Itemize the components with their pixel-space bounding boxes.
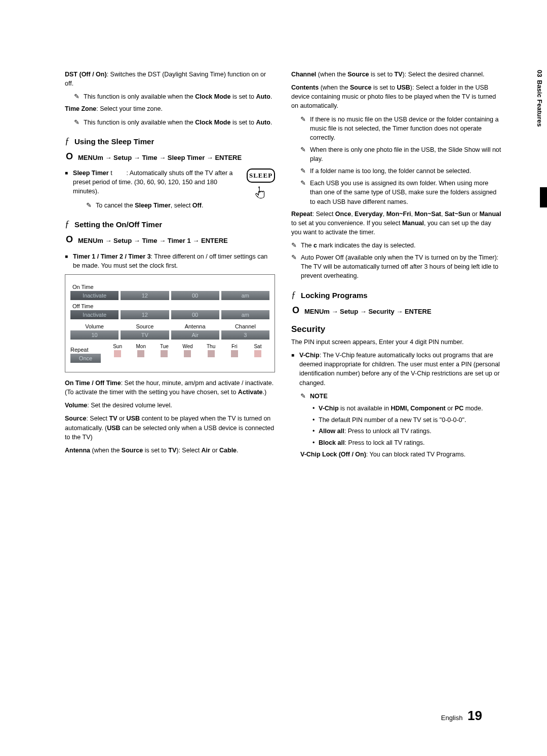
sleep-menu-path: O MENUm → Setup → Time → Sleep Timer → E… [66,152,275,163]
ontime-state: Inactivate [70,291,119,300]
sleep-cancel-tip: To cancel the Sleep Timer, select Off. [86,201,275,210]
note-list: V-Chip is not available in HDMI, Compone… [312,404,501,448]
bullet-icon: ■ [291,351,294,388]
offtime-ampm: am [221,310,269,319]
menu-icon: O [66,235,73,246]
volume-value: 10 [70,330,119,340]
sleep-timer-heading: ƒ Using the Sleep Timer [65,136,275,147]
locking-programs-heading: ƒ Locking Programs [291,290,501,301]
vchip-lock-para: V-Chip Lock (Off / On): You can block ra… [300,450,501,459]
usb-tip-4: Each USB you use is assigned its own fol… [300,179,501,206]
timezone-text: : Select your time zone. [96,105,163,112]
right-column: Channel (when the Source is set to TV): … [291,70,501,463]
note-icon [300,145,306,163]
day-box [184,350,191,357]
note-icon [300,166,306,176]
timezone-label: Time Zone [65,105,96,112]
chapter-number: 03 [536,70,543,77]
day-sat: Sat [246,344,269,349]
offtime-state: Inactivate [70,310,119,319]
ontime-ampm: am [221,291,269,300]
section-icon: ƒ [291,290,296,301]
heading-text: Using the Sleep Timer [74,137,154,146]
security-intro: The PIN input screen appears, Enter your… [291,338,501,347]
note-icon [86,201,92,210]
repeat-para: Repeat: Select Once, Everyday, Mon~Fri, … [291,209,501,237]
contents-para: Contents (when the Source is set to USB)… [291,83,501,110]
volume-para: Volume: Set the desired volume level. [65,401,275,410]
tip-text: Auto Power Off (available only when the … [301,253,501,280]
note-icon [74,118,80,127]
note-icon [300,392,306,401]
day-sun: Sun [106,344,129,349]
footer-page-number: 19 [467,708,482,723]
source-value: TV [121,330,169,340]
autopoweroff-tip: Auto Power Off (available only when the … [291,253,501,280]
timer-osd-box: On Time Inactivate 12 00 am Off Time Ina… [65,274,275,372]
day-box [231,350,238,357]
chapter-tab: 03 Basic Features [532,70,547,127]
dst-para: DST (Off / On): Switches the DST (Daylig… [65,70,275,88]
manual-page: 03 Basic Features DST (Off / On): Switch… [0,0,547,756]
note-label: NOTE [310,392,328,401]
onoff-menu-path: O MENUm → Setup → Time → Timer 1 → ENTER… [66,235,275,246]
day-thu: Thu [200,344,223,349]
offtime-hour: 12 [121,310,169,319]
antenna-value: Air [171,330,219,340]
menu-path-text: MENUm → Setup → Time → Sleep Timer → ENT… [78,152,242,163]
usb-tip-1: If there is no music file on the USB dev… [300,115,501,142]
dst-tip-2: This function is only available when the… [74,118,275,127]
menu-icon: O [66,152,73,163]
day-box [114,350,121,357]
usb-tip-2: When there is only one photo file in the… [300,145,501,163]
bullet-icon: ■ [65,252,68,270]
offtime-min: 00 [171,310,219,319]
sleep-remote-button: SLEEP [247,169,275,201]
note-icon [74,92,80,101]
vchip-bullet: ■ V-Chip: The V-Chip feature automatical… [291,351,501,388]
day-box [161,350,168,357]
day-box [137,350,144,357]
onoff-timer-heading: ƒ Setting the On/Off Timer [65,219,275,230]
note-icon [300,179,306,206]
ontime-min: 00 [171,291,219,300]
repeat-header: Repeat [70,347,106,353]
ontime-label: On Time [72,284,269,290]
ontime-offtime-para: On Time / Off Time: Set the hour, minute… [65,379,275,397]
timer123-bullet: ■ Timer 1 / Timer 2 / Timer 3: Three dif… [65,252,275,270]
tip-text: If a folder name is too long, the folder… [310,166,471,176]
tip-text: This function is only available when the… [84,118,272,127]
bullet-text: V-Chip: The V-Chip feature automatically… [299,351,501,388]
day-tue: Tue [152,344,176,349]
day-box [254,350,261,357]
dst-label: DST (Off / On) [65,71,107,78]
note-item: Allow all: Press to unlock all TV rating… [312,427,501,436]
footer-language: English [441,714,463,722]
sleep-timer-bullet: ■ Sleep Timer t : Automatically shuts of… [65,169,239,197]
source-para: Source: Select TV or USB content to be p… [65,414,275,441]
note-item: The default PIN number of a new TV set i… [312,415,501,425]
repeat-value: Once [70,354,101,363]
bullet-text: Sleep Timer t : Automatically shuts off … [73,169,239,197]
tip-text: When there is only one photo file in the… [310,145,501,163]
hand-icon [252,185,269,201]
tip-text: The c mark indicates the day is selected… [301,241,416,250]
channel-header: Channel [221,322,269,330]
thumb-index-mark [540,187,547,207]
note-item: V-Chip is not available in HDMI, Compone… [312,404,501,413]
channel-para: Channel (when the Source is set to TV): … [291,70,501,79]
source-header: Source [121,322,169,330]
dst-tip-1: This function is only available when the… [74,92,275,101]
security-heading: Security [291,324,501,334]
security-menu-path: O MENUm → Setup → Security → ENTERE [292,306,501,317]
section-icon: ƒ [65,136,69,147]
chapter-label: Basic Features [536,80,543,127]
usb-tip-3: If a folder name is too long, the folder… [300,166,501,176]
bullet-text: Timer 1 / Timer 2 / Timer 3: Three diffe… [73,252,275,270]
note-icon [300,115,306,142]
antenna-header: Antenna [171,322,219,330]
heading-text: Setting the On/Off Timer [74,220,162,229]
day-fri: Fri [223,344,246,349]
menu-path-text: MENUm → Setup → Security → ENTERE [304,306,432,317]
tip-text: To cancel the Sleep Timer, select Off. [96,201,203,210]
